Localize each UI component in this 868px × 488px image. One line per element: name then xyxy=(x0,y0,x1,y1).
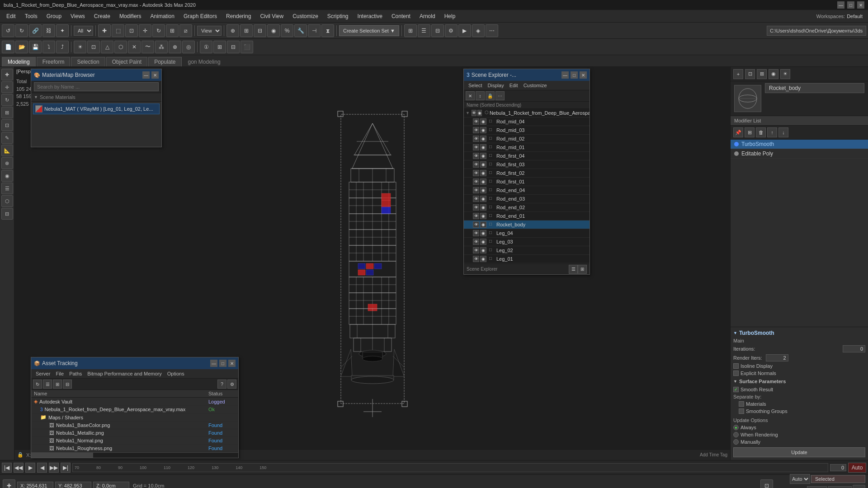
at-row-basecolor[interactable]: 🖼 Nebula1_BaseColor.png Found xyxy=(31,422,238,429)
se-row-rocket-body[interactable]: 👁 ◉ □ Rocket_body xyxy=(464,221,590,229)
more-tools-button[interactable]: ⋯ xyxy=(486,24,498,37)
menu-graph-editors[interactable]: Graph Editors xyxy=(179,10,222,22)
next-frame-button[interactable]: ▶| xyxy=(61,463,71,473)
tab-modeling[interactable]: Modeling xyxy=(2,57,36,66)
eye2-rod-first-03[interactable]: ◉ xyxy=(480,161,486,168)
side-layer-btn[interactable]: ☰ xyxy=(1,183,13,194)
side-rotate-btn[interactable]: ↻ xyxy=(1,94,13,106)
menu-tools[interactable]: Tools xyxy=(20,10,42,22)
at-list-button[interactable]: ☰ xyxy=(43,380,52,389)
materials-checkbox[interactable] xyxy=(739,401,744,407)
bind-button[interactable]: ✦ xyxy=(56,24,69,37)
select-window-button[interactable]: ⊡ xyxy=(125,24,138,37)
se-row-rod-end-03[interactable]: 👁 ◉ □ Rod_end_03 xyxy=(464,195,590,203)
menu-civil-view[interactable]: Civil View xyxy=(255,10,288,22)
angle-snap-button[interactable]: ◉ xyxy=(267,24,280,37)
menu-customize[interactable]: Customize xyxy=(288,10,323,22)
at-menu-server[interactable]: Server xyxy=(33,370,53,377)
se-row-leg-01[interactable]: 👁 ◉ □ Leg_01 xyxy=(464,255,590,263)
path-input[interactable] xyxy=(767,26,866,36)
at-row-normal[interactable]: 🖼 Nebula1_Normal.png Found xyxy=(31,437,238,445)
se-menu-edit[interactable]: Edit xyxy=(507,82,521,89)
eye-rod-first-03[interactable]: 👁 xyxy=(473,161,479,168)
tab-selection[interactable]: Selection xyxy=(71,57,105,66)
se-row-leg-02[interactable]: 👁 ◉ □ Leg_02 xyxy=(464,246,590,255)
rp-light-button[interactable]: ☀ xyxy=(780,69,790,79)
smooth-result-checkbox[interactable] xyxy=(733,387,739,392)
se-maximize-button[interactable]: □ xyxy=(571,71,578,79)
eye-rod-first-02[interactable]: 👁 xyxy=(473,170,479,176)
eye2-rod-mid-04[interactable]: ◉ xyxy=(480,118,486,125)
rp-add-button[interactable]: + xyxy=(733,69,743,79)
side-env-btn[interactable]: ⬡ xyxy=(1,195,13,207)
key-mode-select[interactable]: Auto xyxy=(790,474,810,484)
sub2-button[interactable]: ⊞ xyxy=(213,41,226,53)
rp-shader-button[interactable]: ◉ xyxy=(769,69,778,79)
place-button[interactable]: ⧄ xyxy=(179,24,192,37)
se-menu-select[interactable]: Select xyxy=(466,82,485,89)
eye-rod-end-02[interactable]: 👁 xyxy=(473,204,479,211)
current-frame-input[interactable] xyxy=(830,464,846,471)
pivot-button[interactable]: ⊕ xyxy=(226,24,239,37)
play-button[interactable]: ▶ xyxy=(25,463,35,473)
set-key-button[interactable]: Set K. xyxy=(807,486,827,488)
eye-leg-04[interactable]: 👁 xyxy=(473,230,479,236)
y-coord-box[interactable]: Y: 482,953 xyxy=(55,482,91,488)
side-select-btn[interactable]: ✚ xyxy=(1,69,13,80)
eye2-rod-first-01[interactable]: ◉ xyxy=(480,178,486,185)
filter-dropdown[interactable]: All xyxy=(74,26,93,36)
menu-views[interactable]: Views xyxy=(66,10,90,22)
helper-button[interactable]: ✕ xyxy=(128,41,141,53)
new-scene-button[interactable]: 📄 xyxy=(2,41,14,53)
menu-arnold[interactable]: Arnold xyxy=(415,10,440,22)
se-tb-sort-btn[interactable]: ↕ xyxy=(476,91,485,100)
mirror-button[interactable]: ⊣ xyxy=(308,24,321,37)
filters-button[interactable]: Filters... xyxy=(828,486,852,488)
se-close-button[interactable]: ✕ xyxy=(580,71,587,79)
redo-button[interactable]: ↻ xyxy=(15,24,28,37)
eye2-leg-01[interactable]: ◉ xyxy=(480,256,486,262)
menu-group[interactable]: Group xyxy=(42,10,66,22)
align-button[interactable]: ⧗ xyxy=(321,24,334,37)
modifier-editable-poly[interactable]: Editable Poly xyxy=(731,149,868,159)
side-paint-btn[interactable]: ✎ xyxy=(1,132,13,144)
unlink-button[interactable]: ⛓ xyxy=(42,24,55,37)
eye-rod-end-04[interactable]: 👁 xyxy=(473,187,479,193)
se-row-leg-03[interactable]: 👁 ◉ □ Leg_03 xyxy=(464,238,590,246)
se-row-rod-first-01[interactable]: 👁 ◉ □ Rod_first_01 xyxy=(464,178,590,186)
se-row-rod-first-02[interactable]: 👁 ◉ □ Rod_first_02 xyxy=(464,169,590,178)
side-measure-btn[interactable]: 📐 xyxy=(1,145,13,156)
eye2-rod-end-04[interactable]: ◉ xyxy=(480,187,486,193)
menu-scripting[interactable]: Scripting xyxy=(323,10,353,22)
se-row-rod-first-04[interactable]: 👁 ◉ □ Rod_first_04 xyxy=(464,152,590,160)
spinner-snap-button[interactable]: 🔧 xyxy=(294,24,307,37)
eye-rod-end-01[interactable]: 👁 xyxy=(473,213,479,219)
eye2-leg-03[interactable]: ◉ xyxy=(480,239,486,245)
eye-rocket-body[interactable]: 👁 xyxy=(473,221,479,228)
eye2-rod-end-01[interactable]: ◉ xyxy=(480,213,486,219)
menu-animation[interactable]: Animation xyxy=(146,10,179,22)
bone-button[interactable]: ⊗ xyxy=(169,41,181,53)
geo-button[interactable]: ⬡ xyxy=(114,41,127,53)
next-key-button[interactable]: ▶▶ xyxy=(49,463,59,473)
prev-frame-button[interactable]: |◀ xyxy=(2,463,12,473)
at-help-button[interactable]: ? xyxy=(217,380,226,389)
undo-button[interactable]: ↺ xyxy=(2,24,14,37)
side-scale-btn[interactable]: ⊞ xyxy=(1,107,13,118)
at-row-vault[interactable]: ◈ Autodesk Vault Logged xyxy=(31,398,238,406)
se-row-leg-04[interactable]: 👁 ◉ □ Leg_04 xyxy=(464,229,590,238)
at-menu-bitmap[interactable]: Bitmap Performance and Memory xyxy=(85,370,164,377)
named-sel-button[interactable]: ⊞ xyxy=(404,24,417,37)
menu-help[interactable]: Help xyxy=(440,10,460,22)
at-menu-options[interactable]: Options xyxy=(165,370,187,377)
render-setup-button[interactable]: ⚙ xyxy=(445,24,458,37)
eye-leg-01[interactable]: 👁 xyxy=(473,256,479,262)
mod-delete-button[interactable]: 🗑 xyxy=(756,127,766,137)
snap3d-button[interactable]: ⊟ xyxy=(254,24,266,37)
render-button[interactable]: ▶ xyxy=(458,24,471,37)
timeline-ruler[interactable]: 70 80 90 100 110 120 130 140 150 xyxy=(72,463,828,472)
eye2-rod-mid-02[interactable]: ◉ xyxy=(480,136,486,142)
z-coord-box[interactable]: Z: 0,0cm xyxy=(93,482,129,488)
eye-rod-mid-01[interactable]: 👁 xyxy=(473,144,479,150)
eye2-rod-end-02[interactable]: ◉ xyxy=(480,204,486,211)
